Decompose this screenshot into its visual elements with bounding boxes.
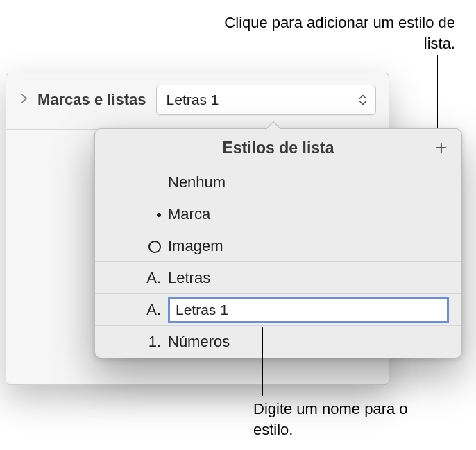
item-label: Imagem bbox=[168, 237, 223, 255]
item-prefix: A. bbox=[137, 269, 161, 287]
list-style-item-image[interactable]: Imagem bbox=[95, 230, 461, 262]
bullet-icon bbox=[137, 205, 161, 223]
list-style-item-bullet[interactable]: Marca bbox=[95, 198, 461, 230]
popover-header: Estilos de lista + bbox=[95, 129, 461, 166]
add-list-style-button[interactable]: + bbox=[431, 137, 452, 158]
item-prefix: . bbox=[137, 173, 161, 191]
section-label: Marcas e listas bbox=[37, 91, 146, 109]
item-label: Letras bbox=[168, 269, 210, 287]
list-style-item-numbers[interactable]: 1. Números bbox=[95, 326, 461, 358]
item-label: Marca bbox=[168, 205, 210, 223]
list-styles-popover: Estilos de lista + . Nenhum Marca Imagem… bbox=[94, 128, 462, 358]
item-label: Nenhum bbox=[168, 173, 226, 191]
plus-icon: + bbox=[436, 137, 447, 159]
callout-type-name: Digite um nome para o estilo. bbox=[253, 399, 420, 440]
updown-stepper-icon bbox=[359, 95, 367, 105]
image-bullet-icon bbox=[137, 237, 161, 255]
list-style-item-none[interactable]: . Nenhum bbox=[95, 166, 461, 198]
disclosure-chevron-icon[interactable] bbox=[20, 93, 28, 107]
styles-list: . Nenhum Marca Imagem A. Letras A. 1. Nú… bbox=[95, 166, 461, 358]
item-label: Números bbox=[168, 333, 230, 351]
item-prefix: A. bbox=[137, 301, 161, 319]
callout-add-style: Clique para adicionar um estilo de lista… bbox=[205, 12, 455, 53]
dropdown-value: Letras 1 bbox=[167, 92, 219, 108]
list-style-item-letters-1-editing[interactable]: A. bbox=[95, 294, 461, 326]
item-prefix: 1. bbox=[137, 333, 161, 351]
callout-text: Digite um nome para o estilo. bbox=[253, 400, 408, 438]
popover-title: Estilos de lista bbox=[222, 139, 334, 157]
style-name-input[interactable] bbox=[168, 297, 449, 323]
rename-field-wrap bbox=[168, 297, 449, 323]
section-row-bullets-lists: Marcas e listas Letras 1 bbox=[6, 73, 389, 125]
list-style-dropdown[interactable]: Letras 1 bbox=[156, 85, 376, 115]
list-style-item-letters[interactable]: A. Letras bbox=[95, 262, 461, 294]
callout-text: Clique para adicionar um estilo de lista… bbox=[224, 14, 455, 52]
callout-line-bottom bbox=[262, 327, 263, 396]
